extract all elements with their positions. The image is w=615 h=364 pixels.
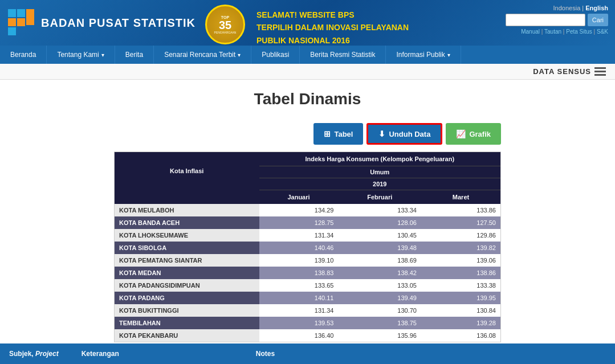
- svg-rect-4: [8, 27, 16, 35]
- header-links: Manual | Tautan | Peta Situs | S&K: [521, 28, 608, 35]
- value-cell: 131.34: [259, 229, 339, 242]
- value-cell: 133.65: [259, 279, 339, 292]
- col-februari: Februari: [338, 190, 421, 204]
- grid-icon: ⊞: [324, 129, 331, 138]
- main-navbar: Beranda Tentang Kami ▾ Berita Senarai Re…: [0, 46, 615, 64]
- svg-rect-6: [8, 9, 16, 17]
- nav-tentang-kami[interactable]: Tentang Kami ▾: [47, 46, 115, 64]
- sdk-link[interactable]: S&K: [597, 28, 608, 35]
- value-cell: 140.46: [259, 242, 339, 254]
- value-cell: 136.40: [259, 329, 339, 342]
- manual-link[interactable]: Manual: [521, 28, 540, 35]
- chevron-down-icon-3: ▾: [447, 52, 450, 58]
- value-cell: 135.96: [338, 329, 421, 342]
- value-cell: 128.75: [259, 216, 339, 229]
- col-header-year: 2019: [259, 178, 500, 190]
- value-cell: 138.75: [338, 317, 421, 329]
- col-header-main: Indeks Harga Konsumen (Kelompok Pengelua…: [259, 152, 500, 166]
- city-cell: KOTA LHOKSEUMAWE: [115, 229, 259, 242]
- slogan-line3: PUBLIK NASIONAL 2016: [256, 34, 409, 47]
- city-cell: KOTA PADANGSIDIMPUAN: [115, 279, 259, 292]
- svg-rect-3: [17, 18, 25, 26]
- value-cell: 138.86: [421, 267, 500, 279]
- peta-situs-link[interactable]: Peta Situs: [566, 28, 592, 35]
- value-cell: 133.86: [421, 204, 500, 216]
- language-links: Indonesia | English: [553, 5, 608, 11]
- value-cell: 128.06: [338, 216, 421, 229]
- value-cell: 133.05: [338, 279, 421, 292]
- slogan-line1: SELAMAT! WEBSITE BPS: [256, 9, 409, 21]
- header-slogan: SELAMAT! WEBSITE BPS TERPILIH DALAM INOV…: [256, 9, 409, 47]
- nav-berita-resmi[interactable]: Berita Resmi Statistik: [300, 46, 386, 64]
- chevron-down-icon-2: ▾: [238, 52, 241, 58]
- col-kota-empty: [115, 190, 259, 204]
- search-input[interactable]: [506, 14, 585, 26]
- city-cell: KOTA MEDAN: [115, 267, 259, 279]
- tautan-link[interactable]: Tautan: [544, 28, 561, 35]
- top35-badge: TOP 35 PENGHARGAAN: [205, 5, 245, 44]
- col-maret: Maret: [421, 190, 500, 204]
- footer-item-subjek: Subjek, Project: [9, 350, 59, 354]
- value-cell: 130.45: [338, 229, 421, 242]
- value-cell: 131.34: [259, 304, 339, 317]
- page-title-area: Tabel Dinamis: [0, 80, 615, 118]
- table-row: KOTA LHOKSEUMAWE131.34130.45129.86: [115, 229, 500, 242]
- nav-publikasi[interactable]: Publikasi: [251, 46, 300, 64]
- city-cell: KOTA PADANG: [115, 292, 259, 304]
- value-cell: 130.84: [421, 304, 500, 317]
- value-cell: 136.08: [421, 329, 500, 342]
- lang-indonesia[interactable]: Indonesia: [553, 5, 581, 11]
- table-row: KOTA PEKANBARU136.40135.96136.08: [115, 329, 500, 342]
- value-cell: 139.95: [421, 292, 500, 304]
- value-cell: 138.69: [338, 254, 421, 267]
- footer-item-notes: Notes: [256, 350, 275, 354]
- col-header-sub: Umum: [259, 166, 500, 178]
- footer-item-keterangan: Keterangan: [82, 350, 119, 354]
- city-cell: KOTA BANDA ACEH: [115, 216, 259, 229]
- value-cell: 130.70: [338, 304, 421, 317]
- chevron-down-icon: ▾: [101, 52, 104, 58]
- table-row: KOTA PADANGSIDIMPUAN133.65133.05133.38: [115, 279, 500, 292]
- col-januari: Januari: [259, 190, 339, 204]
- chart-icon: 📈: [456, 129, 466, 138]
- unduh-data-button[interactable]: ⬇ Unduh Data: [366, 123, 442, 145]
- value-cell: 139.48: [338, 242, 421, 254]
- value-cell: 129.86: [421, 229, 500, 242]
- table-row: KOTA SIBOLGA140.46139.48139.82: [115, 242, 500, 254]
- value-cell: 139.49: [338, 292, 421, 304]
- svg-rect-1: [8, 18, 16, 26]
- value-cell: 127.50: [421, 216, 500, 229]
- page-title: Tabel Dinamis: [10, 90, 605, 108]
- table-scroll-area[interactable]: Kota Inflasi Indeks Harga Konsumen (Kelo…: [114, 152, 501, 342]
- city-cell: KOTA BUKITTINGGI: [115, 304, 259, 317]
- top35-number: 35: [219, 19, 231, 31]
- grafik-button[interactable]: 📈 Grafik: [446, 123, 501, 145]
- action-bar: ⊞ Tabel ⬇ Unduh Data 📈 Grafik: [0, 118, 615, 152]
- value-cell: 139.06: [421, 254, 500, 267]
- lang-english[interactable]: English: [585, 5, 608, 11]
- city-cell: KOTA MEULABOH: [115, 204, 259, 216]
- nav-berita[interactable]: Berita: [115, 46, 154, 64]
- data-table: Kota Inflasi Indeks Harga Konsumen (Kelo…: [115, 152, 500, 342]
- value-cell: 139.28: [421, 317, 500, 329]
- download-icon: ⬇: [378, 129, 385, 138]
- hamburger-menu[interactable]: [594, 67, 606, 76]
- logo-area: BADAN PUSAT STATISTIK: [7, 8, 196, 38]
- tabel-button[interactable]: ⊞ Tabel: [313, 123, 363, 145]
- table-wrapper: Kota Inflasi Indeks Harga Konsumen (Kelo…: [0, 152, 615, 354]
- city-cell: KOTA SIBOLGA: [115, 242, 259, 254]
- nav-informasi-publik[interactable]: Informasi Publik ▾: [386, 46, 461, 64]
- table-row: KOTA BANDA ACEH128.75128.06127.50: [115, 216, 500, 229]
- data-sensus-bar: DATA SENSUS: [0, 64, 615, 80]
- logo-text: BADAN PUSAT STATISTIK: [41, 17, 196, 30]
- nav-senarai[interactable]: Senarai Rencana Terbit ▾: [154, 46, 251, 64]
- table-row: TEMBILAHAN139.53138.75139.28: [115, 317, 500, 329]
- value-cell: 139.53: [259, 317, 339, 329]
- slogan-line2: TERPILIH DALAM INOVASI PELAYANAN: [256, 21, 409, 34]
- value-cell: 138.42: [338, 267, 421, 279]
- search-button[interactable]: Cari: [588, 14, 608, 26]
- city-cell: KOTA PEKANBARU: [115, 329, 259, 342]
- nav-beranda[interactable]: Beranda: [0, 46, 47, 64]
- top35-sub: PENGHARGAAN: [214, 31, 237, 34]
- bps-logo-icon: [7, 8, 36, 38]
